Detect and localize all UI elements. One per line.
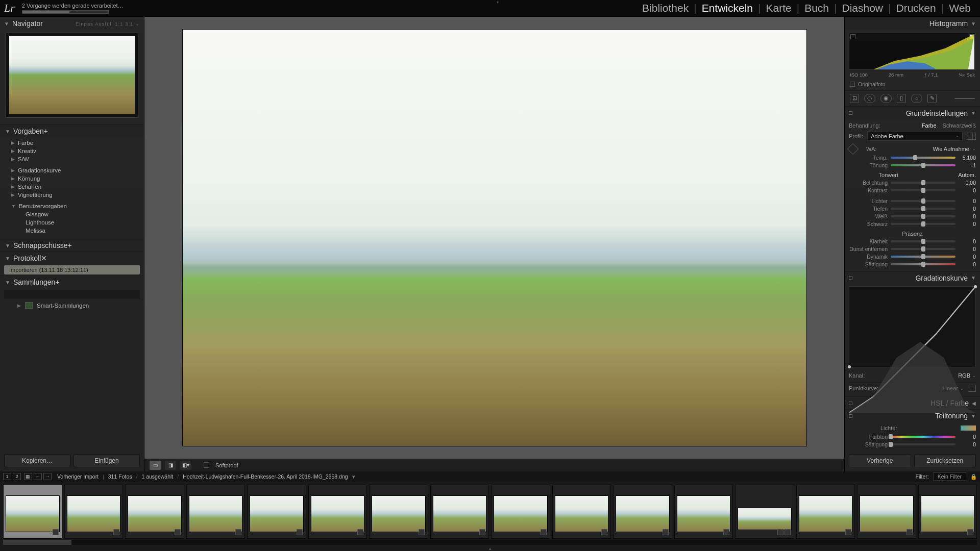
split-color-swatch[interactable] (961, 425, 976, 431)
preset-group[interactable]: ▶Schärfen (0, 183, 144, 191)
exposure-slider[interactable]: Belichtung0,00 (849, 179, 976, 187)
module-develop[interactable]: Entwickeln (697, 2, 758, 14)
loupe-view-button[interactable]: ▭ (150, 461, 161, 470)
filmstrip-scrollbar[interactable] (3, 540, 977, 545)
add-icon[interactable]: + (68, 241, 72, 249)
module-web[interactable]: Web (944, 2, 976, 14)
preset-group[interactable]: ▶S/W (0, 155, 144, 163)
thumbnail[interactable] (247, 485, 306, 539)
collections-header[interactable]: ▼ Sammlungen + (0, 276, 144, 288)
thumbnail[interactable] (552, 485, 611, 539)
main-window-icon[interactable]: 1 (3, 473, 11, 480)
preset-group[interactable]: ▶Gradationskurve (0, 166, 144, 174)
navigator-header[interactable]: ▼ Navigator Einpas Ausfüll 1:1 3:1 ⌄ (0, 17, 144, 30)
thumbnail[interactable] (125, 485, 184, 539)
second-window-icon[interactable]: 2 (13, 473, 21, 480)
previous-button[interactable]: Vorherige (849, 454, 911, 467)
thumbnail[interactable] (796, 485, 855, 539)
histogram-header[interactable]: Histogramm ▼ (845, 17, 980, 30)
preset-group[interactable]: ▶Farbe (0, 139, 144, 147)
panel-switch-icon[interactable] (849, 276, 852, 280)
presets-header[interactable]: ▼ Vorgaben + (0, 124, 144, 137)
redeye-tool-icon[interactable]: ◉ (880, 94, 892, 103)
wb-select[interactable]: Wie Aufnahme (933, 146, 969, 152)
module-slideshow[interactable]: Diashow (837, 2, 889, 14)
badge-icon[interactable] (967, 529, 973, 535)
badge-icon[interactable] (175, 529, 181, 535)
badge-icon[interactable] (357, 529, 363, 535)
grid-icon[interactable]: ▦ (24, 473, 32, 480)
filmstrip[interactable] (0, 482, 980, 540)
thumbnail[interactable] (491, 485, 550, 539)
compare-view-button[interactable]: ◨ (165, 461, 176, 470)
dehaze-slider[interactable]: Dunst entfernen0 (849, 245, 976, 253)
tint-slider[interactable]: Tönung-1 (849, 162, 976, 169)
paste-button[interactable]: Einfügen (74, 454, 140, 467)
thumbnail[interactable] (186, 485, 246, 539)
contrast-slider[interactable]: Kontrast0 (849, 187, 976, 194)
thumbnail[interactable] (64, 485, 124, 539)
basic-header[interactable]: Grundeinstellungen ▼ (845, 107, 980, 119)
treatment-color-button[interactable]: Farbe (922, 122, 937, 129)
image-canvas[interactable] (144, 17, 844, 459)
badge-icon[interactable] (601, 529, 607, 535)
brush-tool-icon[interactable]: ✎ (927, 94, 937, 103)
user-presets-group[interactable]: ▼Benutzervorgaben (0, 202, 144, 210)
preset-group[interactable]: ▶Vignettierung (0, 191, 144, 199)
badge-icon[interactable] (113, 529, 119, 535)
filter-lock-icon[interactable]: 🔒 (970, 473, 977, 480)
before-after-button[interactable]: ◧▾ (180, 461, 191, 470)
clarity-slider[interactable]: Klarheit0 (849, 238, 976, 245)
thumbnail[interactable] (674, 485, 733, 539)
module-book[interactable]: Buch (799, 2, 834, 14)
badge-icon[interactable] (663, 529, 669, 535)
badge-icon[interactable] (723, 529, 729, 535)
top-grip-icon[interactable]: ▾ (490, 0, 505, 3)
temp-slider[interactable]: Temp.5.100 (849, 154, 976, 162)
add-icon[interactable]: + (44, 127, 48, 135)
badge-icon[interactable] (419, 529, 425, 535)
thumbnail[interactable] (430, 485, 489, 539)
softproof-checkbox[interactable] (204, 462, 209, 468)
smart-collections-item[interactable]: ▶ Smart-Sammlungen (0, 300, 144, 310)
whites-slider[interactable]: Weiß0 (849, 213, 976, 220)
history-header[interactable]: ▼ Protokoll ✕ (0, 252, 144, 264)
preset-group[interactable]: ▶Kreativ (0, 147, 144, 155)
auto-tone-button[interactable]: Autom. (958, 172, 976, 178)
thumbnail[interactable] (613, 485, 672, 539)
thumbnail[interactable] (3, 485, 62, 539)
module-map[interactable]: Karte (761, 2, 796, 14)
panel-switch-icon[interactable] (849, 414, 852, 418)
shadows-slider[interactable]: Tiefen0 (849, 205, 976, 213)
badge-icon[interactable] (541, 529, 547, 535)
copy-button[interactable]: Kopieren… (4, 454, 70, 467)
graduated-filter-icon[interactable]: ▯ (897, 94, 906, 103)
preset-group[interactable]: ▶Körnung (0, 174, 144, 183)
badge-icon[interactable] (785, 529, 791, 535)
collections-filter-input[interactable] (4, 290, 140, 299)
profile-browser-icon[interactable] (967, 133, 976, 140)
spot-tool-icon[interactable]: ◌ (864, 94, 875, 103)
jump-back-icon[interactable]: ← (34, 473, 42, 480)
wb-eyedropper-icon[interactable] (847, 143, 859, 155)
badge-icon[interactable] (845, 529, 851, 535)
thumbnail[interactable] (918, 485, 977, 539)
thumbnail[interactable] (308, 485, 368, 539)
module-library[interactable]: Bibliothek (637, 2, 694, 14)
badge-icon[interactable] (479, 529, 485, 535)
radial-filter-icon[interactable]: ○ (911, 94, 922, 103)
split-hue-slider[interactable]: Farbton0 (849, 433, 976, 440)
profile-select[interactable]: Adobe Farbe ⌄ (867, 132, 963, 141)
navigator-preview[interactable] (6, 33, 138, 117)
panel-switch-icon[interactable] (849, 111, 852, 115)
badge-icon[interactable] (53, 529, 59, 535)
thumbnail[interactable] (857, 485, 916, 539)
bottom-grip-icon[interactable]: ▴ (0, 547, 980, 551)
filter-select[interactable]: Kein Filter (933, 472, 966, 481)
snapshots-header[interactable]: ▼ Schnappschüsse + (0, 239, 144, 252)
add-icon[interactable]: + (55, 278, 59, 286)
original-photo-checkbox[interactable] (850, 82, 855, 87)
clear-icon[interactable]: ✕ (41, 254, 47, 262)
badge-icon[interactable] (777, 529, 783, 535)
saturation-slider[interactable]: Sättigung0 (849, 261, 976, 268)
